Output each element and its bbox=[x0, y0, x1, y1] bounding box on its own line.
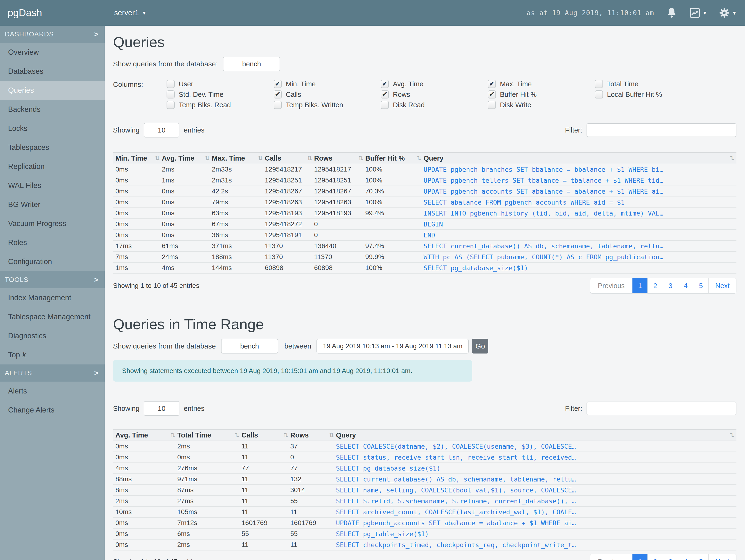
sidebar-section-tools[interactable]: TOOLS > bbox=[0, 271, 105, 288]
column-checkbox-local-buffer-hit[interactable]: Local Buffer Hit % bbox=[595, 90, 702, 98]
col-header-total-time[interactable]: Total Time⇅ bbox=[177, 429, 241, 441]
col-header-min-time[interactable]: Min. Time⇅ bbox=[113, 153, 162, 164]
col-header-query[interactable]: Query⇅ bbox=[336, 429, 737, 441]
database-input[interactable] bbox=[221, 339, 278, 354]
go-button[interactable]: Go bbox=[472, 339, 488, 354]
col-header-calls[interactable]: Calls⇅ bbox=[265, 153, 314, 164]
column-checkbox-std-dev-time[interactable]: Std. Dev. Time bbox=[167, 90, 273, 98]
entries-count-input[interactable] bbox=[144, 123, 180, 137]
column-checkbox-disk-write[interactable]: Disk Write bbox=[488, 101, 595, 109]
query-link[interactable]: SELECT checkpoints_timed, checkpoints_re… bbox=[336, 539, 737, 550]
column-checkbox-temp-blks-read[interactable]: Temp Blks. Read bbox=[167, 101, 273, 109]
sort-icon[interactable]: ⇅ bbox=[155, 155, 160, 162]
pagination-page-1[interactable]: 1 bbox=[632, 278, 647, 293]
query-link[interactable]: BEGIN bbox=[424, 219, 737, 230]
database-input[interactable] bbox=[223, 57, 280, 71]
query-link[interactable]: SELECT name, setting, COALESCE(boot_val,… bbox=[336, 485, 737, 496]
notifications-button[interactable] bbox=[667, 7, 677, 19]
sort-icon[interactable]: ⇅ bbox=[258, 155, 263, 162]
settings-menu-button[interactable]: ▼ bbox=[719, 7, 745, 18]
query-link[interactable]: SELECT S.relid, S.schemaname, S.relname,… bbox=[336, 496, 737, 506]
sidebar-item-queries[interactable]: Queries bbox=[0, 81, 105, 100]
col-header-avg-time[interactable]: Avg. Time⇅ bbox=[113, 429, 177, 441]
pagination-previous[interactable]: Previous bbox=[590, 554, 633, 560]
entries-count-input[interactable] bbox=[144, 401, 180, 416]
col-header-max-time[interactable]: Max. Time⇅ bbox=[212, 153, 265, 164]
column-checkbox-temp-blks-written[interactable]: Temp Blks. Written bbox=[273, 101, 381, 109]
sidebar-item-vacuum-progress[interactable]: Vacuum Progress bbox=[0, 214, 105, 233]
query-link[interactable]: SELECT pg_database_size($1) bbox=[424, 262, 737, 273]
column-checkbox-rows[interactable]: Rows bbox=[381, 90, 488, 98]
sidebar-item-tablespace-management[interactable]: Tablespace Management bbox=[0, 307, 105, 326]
sidebar-item-locks[interactable]: Locks bbox=[0, 119, 105, 138]
sort-icon[interactable]: ⇅ bbox=[205, 155, 210, 162]
sidebar-item-diagnostics[interactable]: Diagnostics bbox=[0, 326, 105, 345]
pagination-page-4[interactable]: 4 bbox=[678, 554, 693, 560]
sort-icon[interactable]: ⇅ bbox=[307, 155, 312, 162]
sidebar-item-configuration[interactable]: Configuration bbox=[0, 252, 105, 271]
filter-input[interactable] bbox=[586, 123, 737, 137]
sidebar-item-overview[interactable]: Overview bbox=[0, 43, 105, 62]
query-link[interactable]: SELECT archived_count, COALESCE(last_arc… bbox=[336, 506, 737, 518]
filter-input[interactable] bbox=[586, 401, 737, 415]
sidebar-section-alerts[interactable]: ALERTS > bbox=[0, 364, 105, 382]
column-checkbox-min-time[interactable]: Min. Time bbox=[273, 80, 381, 88]
sidebar-item-bg-writer[interactable]: BG Writer bbox=[0, 195, 105, 214]
sort-icon[interactable]: ⇅ bbox=[416, 155, 422, 162]
pagination-page-3[interactable]: 3 bbox=[663, 554, 678, 560]
pagination-next[interactable]: Next bbox=[708, 278, 736, 293]
query-link[interactable]: SELECT status, receive_start_lsn, receiv… bbox=[336, 452, 737, 463]
sidebar-item-databases[interactable]: Databases bbox=[0, 62, 105, 81]
sidebar-item-index-management[interactable]: Index Management bbox=[0, 288, 105, 307]
sidebar-item-alerts[interactable]: Alerts bbox=[0, 382, 105, 401]
pagination-next[interactable]: Next bbox=[708, 554, 736, 560]
column-checkbox-calls[interactable]: Calls bbox=[273, 90, 381, 98]
sort-icon[interactable]: ⇅ bbox=[358, 155, 363, 162]
sort-icon[interactable]: ⇅ bbox=[170, 432, 175, 439]
query-link[interactable]: UPDATE pgbench_tellers SET tbalance = tb… bbox=[424, 175, 737, 186]
col-header-rows[interactable]: Rows⇅ bbox=[290, 429, 336, 441]
query-link[interactable]: SELECT abalance FROM pgbench_accounts WH… bbox=[424, 197, 737, 208]
pagination-page-4[interactable]: 4 bbox=[678, 278, 693, 293]
query-link[interactable]: SELECT current_database() AS db, scheman… bbox=[336, 474, 737, 485]
pagination-page-2[interactable]: 2 bbox=[647, 554, 663, 560]
query-link[interactable]: SELECT COALESCE(datname, $2), COALESCE(u… bbox=[336, 441, 737, 452]
col-header-buffer-hit[interactable]: Buffer Hit %⇅ bbox=[365, 153, 424, 164]
pagination-previous[interactable]: Previous bbox=[590, 278, 633, 293]
column-checkbox-total-time[interactable]: Total Time bbox=[595, 80, 702, 88]
pagination-page-1[interactable]: 1 bbox=[632, 554, 647, 560]
column-checkbox-avg-time[interactable]: Avg. Time bbox=[381, 80, 488, 88]
sidebar-item-wal-files[interactable]: WAL Files bbox=[0, 176, 105, 195]
sidebar-item-backends[interactable]: Backends bbox=[0, 100, 105, 119]
query-link[interactable]: SELECT pg_table_size($1) bbox=[336, 528, 737, 539]
sort-icon[interactable]: ⇅ bbox=[729, 155, 735, 162]
sort-icon[interactable]: ⇅ bbox=[283, 432, 288, 439]
pagination-page-5[interactable]: 5 bbox=[693, 278, 708, 293]
query-link[interactable]: UPDATE pgbench_branches SET bbalance = b… bbox=[424, 164, 737, 175]
time-range-input[interactable] bbox=[317, 339, 469, 354]
sidebar-item-roles[interactable]: Roles bbox=[0, 233, 105, 252]
col-header-rows[interactable]: Rows⇅ bbox=[314, 153, 365, 164]
sidebar-item-tablespaces[interactable]: Tablespaces bbox=[0, 138, 105, 157]
query-link[interactable]: SELECT current_database() AS db, scheman… bbox=[424, 240, 737, 252]
col-header-query[interactable]: Query⇅ bbox=[424, 153, 737, 164]
sidebar-item-top-k[interactable]: Topk bbox=[0, 345, 105, 364]
pagination-page-5[interactable]: 5 bbox=[693, 554, 708, 560]
column-checkbox-user[interactable]: User bbox=[167, 80, 273, 88]
column-checkbox-buffer-hit[interactable]: Buffer Hit % bbox=[488, 90, 595, 98]
query-link[interactable]: UPDATE pgbench_accounts SET abalance = a… bbox=[424, 186, 737, 197]
column-checkbox-max-time[interactable]: Max. Time bbox=[488, 80, 595, 88]
query-link[interactable]: INSERT INTO pgbench_history (tid, bid, a… bbox=[424, 208, 737, 219]
pagination-page-3[interactable]: 3 bbox=[663, 278, 678, 293]
column-checkbox-disk-read[interactable]: Disk Read bbox=[381, 101, 488, 109]
sidebar-section-dashboards[interactable]: DASHBOARDS > bbox=[0, 26, 105, 43]
sidebar-item-change-alerts[interactable]: Change Alerts bbox=[0, 401, 105, 420]
server-selector[interactable]: server1 ▼ bbox=[114, 8, 145, 17]
col-header-calls[interactable]: Calls⇅ bbox=[241, 429, 290, 441]
query-link[interactable]: END bbox=[424, 230, 737, 240]
query-link[interactable]: SELECT pg_database_size($1) bbox=[336, 463, 737, 474]
query-link[interactable]: WITH pc AS (SELECT pubname, COUNT(*) AS … bbox=[424, 252, 737, 262]
pagination-page-2[interactable]: 2 bbox=[647, 278, 663, 293]
sort-icon[interactable]: ⇅ bbox=[729, 432, 735, 439]
col-header-avg-time[interactable]: Avg. Time⇅ bbox=[162, 153, 212, 164]
